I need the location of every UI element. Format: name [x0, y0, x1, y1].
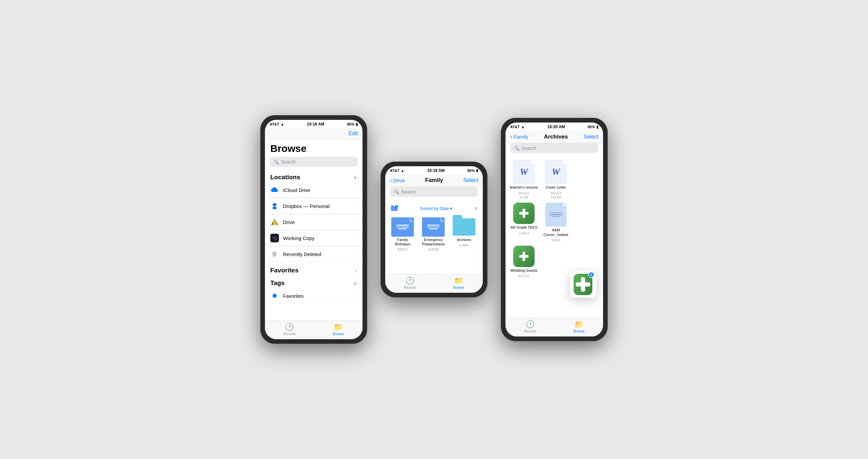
new-folder-button[interactable]: + [391, 204, 398, 213]
wedding-guests-icon [513, 246, 534, 267]
favorites-header[interactable]: Favorites › [265, 264, 363, 275]
svg-rect-14 [519, 255, 529, 258]
dropbox-icon [270, 202, 279, 210]
archives-icon [453, 218, 475, 236]
cover-letter-meta: 9/11/14142 KB [551, 191, 561, 200]
archives-content: 🔍 Search W teacher's resume 9/11/1421 KB [505, 143, 603, 318]
recents-label-1: Recents [283, 332, 296, 336]
recently-deleted-item[interactable]: 🗑 Recently Deleted [265, 247, 363, 262]
emergency-prep-name: Emergency Preparedness [420, 238, 447, 247]
search-bar-1[interactable]: 🔍 Search [270, 157, 358, 167]
archives-popup-area: 4 [505, 271, 603, 298]
status-bar-3: AT&T ▲ 10:20 AM 85% ▮ [505, 123, 603, 131]
browse-icon-1: 📁 [334, 323, 343, 331]
phone-2: AT&T ▲ 10:19 AM 85% ▮ ‹ Drive Family Sel… [380, 162, 488, 297]
browse-icon-2: 📁 [454, 276, 463, 285]
wifi-icon-2: ▲ [401, 169, 405, 172]
am-schedule-file[interactable]: A&M Comm...hedule 9/5/13 [541, 203, 570, 242]
search-bar-2[interactable]: 🔍 Search [390, 187, 478, 197]
grade-teks-file[interactable]: 4th Grade TEKS 11/6/13 [509, 203, 538, 242]
wifi-icon-3: ▲ [521, 125, 525, 129]
icloud-icon [270, 186, 279, 194]
status-left-1: AT&T ▲ [270, 122, 284, 126]
recents-icon-3: 🕐 [526, 320, 534, 329]
emergency-prep-date: 11/4/15 [428, 248, 439, 251]
emergency-prep-folder[interactable]: Emergency Preparedness 11/4/15 [420, 218, 447, 251]
icloud-drive-label: iCloud Drive [283, 187, 310, 193]
recents-tab-1[interactable]: 🕐 Recents [283, 323, 296, 336]
svg-text:+: + [396, 206, 398, 209]
search-bar-3[interactable]: 🔍 Search [510, 143, 598, 153]
cover-letter-file[interactable]: W Cover Letter 9/11/14142 KB [541, 160, 570, 199]
tab-bar-2: 🕐 Recents 📁 Browse [385, 274, 483, 293]
select-button-3[interactable]: Select [584, 134, 598, 140]
favorites-tag-item[interactable]: Favorites [265, 288, 363, 304]
am-schedule-meta: 9/5/13 [552, 238, 560, 242]
cover-letter-name: Cover Letter [546, 185, 566, 190]
grade-teks-name: 4th Grade TEKS [510, 225, 537, 230]
dropbox-label: Dropbox — Personal [283, 203, 330, 209]
search-placeholder-3: Search [522, 145, 536, 151]
browse-label-1: Browse [333, 332, 344, 336]
phone-3: AT&T ▲ 10:20 AM 85% ▮ ‹ Family Archives … [501, 118, 608, 341]
nav-bar-3: ‹ Family Archives Select [505, 131, 603, 143]
back-to-family-button[interactable]: ‹ Family [510, 133, 528, 140]
family-birthdays-folder[interactable]: Family Birthdays 3/16/17 [389, 218, 416, 251]
search-icon-2: 🔍 [394, 189, 399, 194]
gdrive-item[interactable]: Drive [265, 214, 363, 230]
list-view-button[interactable]: ≡ [474, 206, 477, 211]
family-content: 🔍 Search + [385, 187, 483, 274]
search-placeholder-1: Search [281, 159, 296, 165]
archives-folder-items: 1 item [459, 243, 468, 247]
icloud-drive-item[interactable]: iCloud Drive [265, 182, 363, 198]
recents-label-3: Recents [524, 329, 536, 333]
popup-badge: 4 [588, 272, 594, 278]
archives-folder[interactable]: Archives 1 item [451, 218, 477, 251]
browse-tab-3[interactable]: 📁 Browse [573, 320, 584, 333]
back-label-3: Family [514, 134, 528, 139]
favorites-title: Favorites [270, 267, 298, 274]
battery-text-1: 85% [347, 122, 354, 126]
back-to-drive-button[interactable]: ‹ Drive [390, 177, 405, 184]
search-placeholder-2: Search [401, 189, 416, 195]
carrier-text-3: AT&T [510, 125, 520, 129]
nav-bar-1: Edit [265, 128, 363, 139]
tags-header[interactable]: Tags ∨ [265, 277, 363, 288]
browse-icon-3: 📁 [574, 320, 583, 329]
am-schedule-name: A&M Comm...hedule [541, 228, 570, 237]
family-birthdays-icon [391, 218, 414, 236]
emergency-prep-icon [422, 218, 445, 236]
working-copy-item[interactable]: ⌥ Working Copy [265, 230, 363, 246]
teachers-resume-icon: W [513, 160, 534, 184]
cover-letter-icon: W [545, 160, 567, 184]
sort-label: Sorted by Date [420, 206, 449, 211]
select-button-2[interactable]: Select [463, 177, 478, 183]
back-arrow-2: ‹ [390, 177, 392, 184]
status-right-1: 85% ▮ [347, 122, 358, 127]
dropbox-item[interactable]: Dropbox — Personal [265, 198, 363, 214]
locations-title: Locations [270, 173, 300, 181]
archives-item-popup[interactable]: 4 [570, 271, 596, 298]
recents-tab-2[interactable]: 🕐 Recents [404, 276, 416, 289]
recents-icon-2: 🕐 [405, 276, 414, 285]
family-birthdays-name: Family Birthdays [389, 238, 416, 247]
browse-label-3: Browse [573, 329, 584, 333]
back-label-2: Drive [393, 177, 405, 183]
browse-tab-2[interactable]: 📁 Browse [453, 276, 464, 289]
recents-tab-3[interactable]: 🕐 Recents [524, 320, 536, 333]
search-icon-1: 🔍 [274, 160, 279, 165]
file-grid: W teacher's resume 9/11/1421 KB W Cover … [505, 157, 603, 281]
working-copy-label: Working Copy [283, 235, 314, 241]
gdrive-icon [270, 218, 279, 226]
battery-icon-3: ▮ [596, 125, 598, 129]
locations-header[interactable]: Locations ∨ [265, 171, 363, 182]
trash-icon: 🗑 [270, 250, 279, 258]
status-left-3: AT&T ▲ [510, 125, 525, 129]
tab-bar-3: 🕐 Recents 📁 Browse [505, 318, 603, 336]
favorites-tag-label: Favorites [283, 293, 304, 299]
teachers-resume-file[interactable]: W teacher's resume 9/11/1421 KB [509, 160, 538, 199]
edit-button[interactable]: Edit [348, 131, 358, 136]
browse-tab-1[interactable]: 📁 Browse [333, 323, 344, 336]
svg-rect-16 [576, 282, 590, 286]
sort-button[interactable]: Sorted by Date ▾ [420, 206, 453, 211]
